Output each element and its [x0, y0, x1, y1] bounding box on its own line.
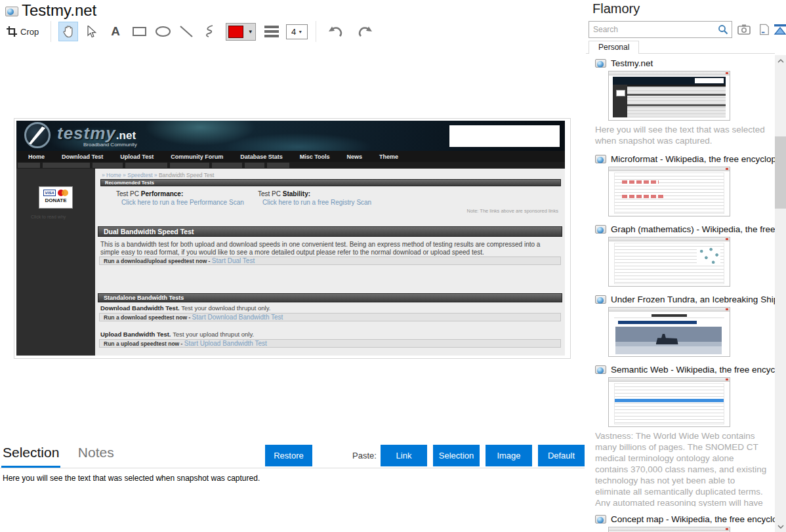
scroll-up-button[interactable]	[775, 55, 786, 66]
list-item-title[interactable]: Testmy.net	[611, 58, 775, 68]
note-page-icon[interactable]	[758, 24, 771, 35]
collapse-top-icon[interactable]	[774, 24, 786, 35]
start-dual-test-link: Start Dual Test	[212, 257, 255, 264]
paste-image-button[interactable]: Image	[486, 445, 532, 466]
search-input[interactable]	[589, 25, 718, 34]
thumb-browser-chrome	[609, 237, 730, 241]
annotation-toolbar: Crop A ▼ 4 ▼	[5, 20, 377, 43]
list-item[interactable]: Testmy.net Here you will see the text th…	[595, 56, 775, 146]
dual-run-bar: Run a download/upload speedtest now - St…	[99, 256, 561, 265]
camera-icon[interactable]	[737, 24, 751, 35]
toolbar-separator	[51, 21, 51, 42]
dual-test-description: This is a bandwidth test for both upload…	[100, 241, 560, 256]
text-tool-button[interactable]: A	[106, 22, 125, 41]
site-logo-tld: .net	[116, 129, 136, 142]
size-dropdown[interactable]: 4 ▼	[286, 24, 308, 39]
snapshot-icon	[5, 7, 18, 17]
site-nav-download-test: Download Test	[62, 153, 103, 160]
snapshot-icon	[595, 155, 606, 163]
page-title: Testmy.net	[22, 1, 96, 20]
snapshot-canvas[interactable]: testmy.net Broadband Community Home Down…	[14, 118, 571, 359]
visa-logo: VISA	[43, 190, 55, 196]
thumb-art-detail	[615, 399, 724, 402]
list-item-title[interactable]: Concept map - Wikipedia, the free encycl…	[611, 514, 775, 524]
restore-button[interactable]: Restore	[265, 445, 312, 466]
dual-test-header: Dual Bandwidth Speed Test	[98, 226, 562, 237]
thumb-art-detail	[627, 85, 726, 117]
snapshot-icon	[595, 295, 606, 304]
breadcrumb-links: » Home » Speedtest »	[102, 172, 159, 178]
tab-personal[interactable]: Personal	[589, 41, 639, 54]
crop-button[interactable]: Crop	[5, 26, 45, 37]
color-swatch	[228, 26, 243, 38]
list-item[interactable]: Concept map - Wikipedia, the free encycl…	[595, 512, 775, 532]
color-picker[interactable]: ▼	[226, 23, 256, 41]
download-test-description: Download Bandwidth Test. Test your downl…	[100, 304, 270, 312]
site-nav-misc-tools: Misc Tools	[300, 153, 330, 160]
paste-link-button[interactable]: Link	[381, 445, 427, 466]
scroll-down-button[interactable]	[775, 521, 786, 532]
site-nav-theme: Theme	[379, 153, 398, 160]
snapshot-icon	[595, 515, 606, 523]
rectangle-tool-button[interactable]	[129, 22, 149, 41]
list-item-thumbnail[interactable]	[608, 71, 730, 121]
paste-selection-button[interactable]: Selection	[433, 445, 480, 466]
site-nav-news: News	[347, 153, 363, 160]
list-item[interactable]: Semantic Web - Wikipedia, the free encyc…	[595, 363, 775, 506]
list-item-title[interactable]: Microformat - Wikipedia, the free encycl…	[611, 154, 775, 164]
snapshot-icon	[595, 365, 606, 374]
site-logo-name: testmy	[57, 123, 116, 143]
search-icon[interactable]	[718, 24, 728, 35]
redo-button[interactable]	[355, 22, 375, 41]
select-tool-button[interactable]	[82, 22, 102, 41]
divider	[0, 468, 585, 468]
thumb-art-detail	[613, 77, 726, 85]
tab-selection[interactable]: Selection	[3, 445, 59, 460]
search-box[interactable]	[589, 21, 732, 38]
start-download-test-link: Start Download Bandwidth Test	[192, 314, 283, 321]
pan-tool-button[interactable]	[58, 22, 78, 41]
app-window: Testmy.net Crop A ▼	[0, 0, 786, 532]
stability-label: Test PC Stability:	[258, 190, 310, 197]
chevron-up-icon	[777, 59, 784, 63]
thumb-art-detail	[622, 180, 659, 184]
scrollbar-thumb[interactable]	[775, 136, 786, 209]
list-item-title[interactable]: Under Frozen Tundra, an Icebreaking Ship…	[611, 295, 775, 304]
chevron-down-icon	[777, 525, 784, 529]
ellipse-icon	[155, 26, 171, 37]
donate-label: DONATE	[39, 197, 72, 203]
site-logo: testmy.net Broadband Community	[57, 123, 137, 148]
download-run-bar: Run a download speedtest now - Start Dow…	[99, 313, 561, 321]
thumb-art-detail	[615, 327, 722, 354]
ellipse-tool-button[interactable]	[153, 22, 173, 41]
paste-label: Paste:	[352, 451, 377, 460]
list-item-thumbnail[interactable]	[608, 527, 730, 532]
line-tool-button[interactable]	[176, 22, 196, 41]
thumb-art-detail	[697, 247, 720, 265]
list-item[interactable]: Graph (mathematics) - Wikipedia, the fre…	[595, 222, 775, 287]
list-item-thumbnail[interactable]	[608, 167, 730, 216]
scribble-tool-button[interactable]	[200, 22, 220, 41]
donate-badge: VISA DONATE	[39, 186, 73, 209]
site-page: VISA DONATE Click to read why » Home » S…	[16, 169, 565, 356]
text-tool-icon: A	[111, 24, 120, 39]
paste-default-button[interactable]: Default	[538, 445, 585, 466]
list-item[interactable]: Under Frozen Tundra, an Icebreaking Ship…	[595, 293, 775, 357]
snapshot-icon	[595, 59, 606, 68]
chevron-down-icon[interactable]: ▼	[245, 24, 255, 40]
line-width-button[interactable]	[262, 22, 281, 41]
site-nav-upload-test: Upload Test	[120, 153, 154, 160]
site-screenshot: testmy.net Broadband Community Home Down…	[16, 121, 566, 356]
list-item-thumbnail[interactable]	[608, 377, 730, 427]
list-item-title[interactable]: Semantic Web - Wikipedia, the free encyc…	[611, 365, 775, 375]
list-item[interactable]: Microformat - Wikipedia, the free encycl…	[595, 152, 775, 216]
tab-notes[interactable]: Notes	[78, 445, 114, 460]
site-sidebar: VISA DONATE Click to read why	[16, 169, 95, 356]
thumb-browser-chrome	[609, 378, 730, 382]
undo-button[interactable]	[326, 22, 346, 41]
scrollbar[interactable]	[775, 55, 786, 532]
list-item-thumbnail[interactable]	[608, 307, 730, 357]
list-item-thumbnail[interactable]	[608, 237, 730, 287]
list-item-title[interactable]: Graph (mathematics) - Wikipedia, the fre…	[611, 224, 775, 234]
upload-test-description: Upload Bandwidth Test. Test your upload …	[100, 331, 254, 338]
